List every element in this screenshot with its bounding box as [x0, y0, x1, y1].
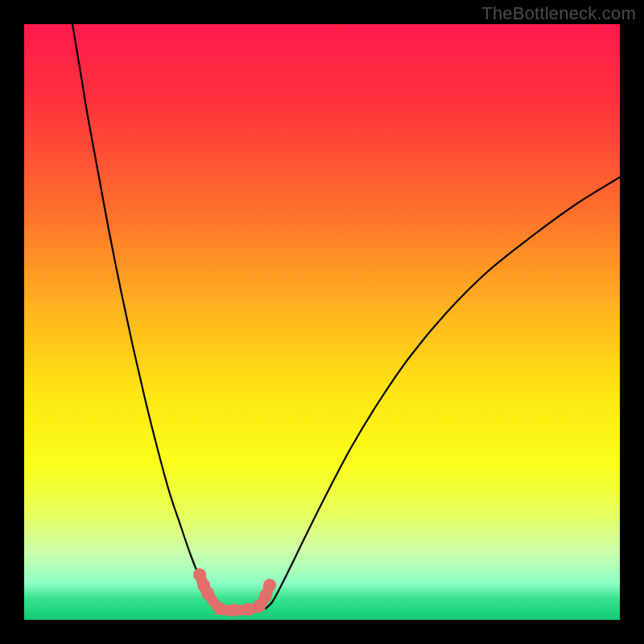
chart-frame [24, 24, 620, 620]
data-dot [213, 602, 226, 615]
bottleneck-chart [24, 24, 620, 620]
data-dot [227, 604, 240, 617]
watermark-text: TheBottleneck.com [481, 3, 636, 24]
data-dot [242, 603, 254, 616]
data-dot [263, 579, 276, 592]
gradient-background [24, 24, 620, 620]
data-dot [201, 587, 214, 600]
